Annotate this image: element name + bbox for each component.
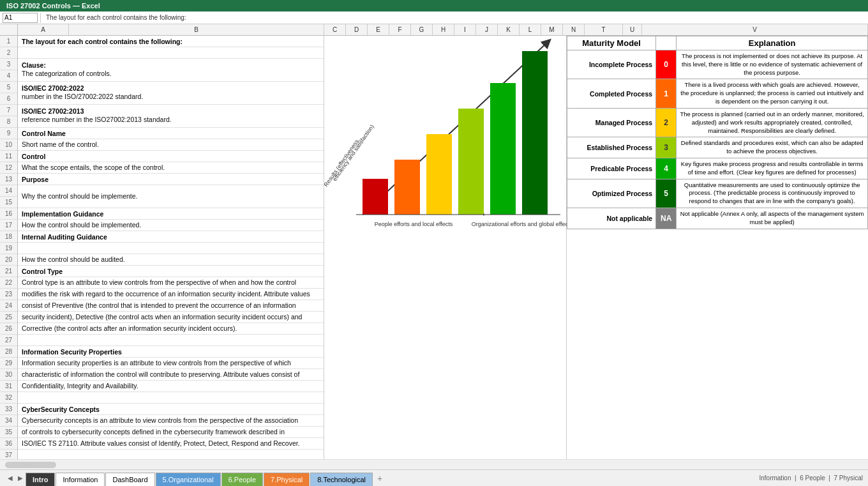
col-header-d[interactable]: D [346, 24, 368, 35]
maturity-desc-0: The process is not implemented or does n… [677, 50, 868, 79]
title-bar: ISO 27002 Controls — Excel [0, 0, 868, 11]
cell-row22: Corrective (the control acts after an in… [18, 323, 324, 335]
row10-heading: Purpose [22, 176, 320, 183]
tab-dashboard[interactable]: DashBoard [105, 473, 154, 487]
cell-row28 [18, 392, 324, 404]
tab-nav-prev[interactable]: ◀ [5, 473, 15, 483]
cell-row5: ISO/IEC 27002:2013 reference number in t… [18, 105, 324, 128]
maturity-num-0: 0 [656, 50, 677, 79]
svg-line-0 [363, 42, 548, 215]
col-header-t[interactable]: T [585, 24, 623, 35]
maturity-table: Maturity Model Explanation Incomplete Pr… [567, 36, 868, 229]
col-header-b[interactable]: B [69, 24, 324, 35]
cell-row4: ISO/IEC 27002:2022 number in the ISO/270… [18, 82, 324, 105]
row-num-36: 36 [0, 438, 17, 450]
col-header-l[interactable]: L [520, 24, 541, 35]
col-header-j[interactable]: J [476, 24, 498, 35]
cell-row24: Information Security Properties [18, 346, 324, 358]
col-header-m[interactable]: M [541, 24, 563, 35]
col-header-h[interactable]: H [433, 24, 454, 35]
row-num-29: 29 [0, 358, 17, 369]
tab-intro[interactable]: Intro [26, 473, 55, 487]
maturity-row-6: Not applicableNANot applicable (Annex A … [567, 208, 868, 229]
maturity-row-5: Optimized Process5Quantitative measureme… [567, 179, 868, 208]
col-header-n[interactable]: N [563, 24, 585, 35]
explanation-header: Explanation [677, 36, 868, 50]
tab-7-physical[interactable]: 7.Physical [264, 473, 310, 487]
row-num-6: 6 [0, 93, 17, 105]
row9-body: What the scope entails, the scope of the… [22, 163, 320, 172]
col-header-c[interactable]: C [324, 24, 346, 35]
svg-text:Organizational efforts and glo: Organizational efforts and global effect… [472, 221, 567, 227]
tab-nav-next[interactable]: ▶ [15, 473, 26, 483]
row-num-4: 4 [0, 70, 17, 82]
cell-row23 [18, 335, 324, 346]
maturity-row-0: Incomplete Process0The process is not im… [567, 50, 868, 79]
row20-body: consist of Preventive (the control that … [22, 301, 320, 310]
row-num-34: 34 [0, 415, 17, 427]
cell-row32: ISO/IEC TS 27110. Attribute values consi… [18, 438, 324, 450]
row-num-13: 13 [0, 174, 17, 185]
row-num-19: 19 [0, 243, 17, 254]
row32-body: ISO/IEC TS 27110. Attribute values consi… [22, 439, 320, 448]
add-tab-button[interactable]: + [373, 473, 386, 483]
svg-rect-7 [490, 83, 516, 215]
row11-body: Why the control should be implemente. [22, 192, 320, 201]
maturity-row-1: Completed Process1There is a lived proce… [567, 79, 868, 108]
tab-information[interactable]: Information [56, 473, 105, 487]
spreadsheet-page: ISO 27002 Controls — Excel The layout fo… [0, 0, 868, 486]
maturity-desc-5: Quantitative measurements are used to co… [677, 179, 868, 208]
tab-8-technological[interactable]: 8.Technological [310, 473, 373, 487]
row-num-27: 27 [0, 335, 17, 346]
maturity-row-2: Managed Process2The process is planned (… [567, 108, 868, 137]
maturity-label-0: Incomplete Process [567, 50, 656, 79]
col-header-i[interactable]: I [454, 24, 476, 35]
maturity-label-5: Optimized Process [567, 179, 656, 208]
cell-row10: Purpose [18, 174, 324, 185]
spreadsheet-area: A B C D E F G H I J K L M N T U V 1 2 3 … [0, 24, 868, 459]
cell-row21: security incident), Detective (the contr… [18, 312, 324, 323]
row31-body: of controls to cybersecurity concepts de… [22, 427, 320, 437]
cell-row16: How the control should be audited. [18, 254, 324, 266]
maturity-desc-1: There is a lived process with which goal… [677, 79, 868, 108]
name-box[interactable] [3, 13, 38, 23]
svg-text:efficiency and satisfaction): efficiency and satisfaction) [331, 123, 375, 182]
row-num-25: 25 [0, 312, 17, 323]
row8-heading: Control [22, 153, 320, 160]
svg-text:People efforts and local effec: People efforts and local effects [375, 221, 453, 227]
col-header-g[interactable]: G [411, 24, 433, 35]
rows-container: 1 2 3 4 5 6 7 8 9 10 11 12 13 14 15 16 1… [0, 36, 868, 459]
row4-body: number in the ISO/27002:2022 standard. [22, 92, 320, 102]
row-num-11: 11 [0, 151, 17, 162]
cell-row3: Clause: The categorization of controls. [18, 59, 324, 82]
cell-row11: Why the control should be implemente. [18, 185, 324, 208]
svg-rect-4 [394, 160, 420, 215]
cell-row15 [18, 243, 324, 254]
bottom-scrollbar[interactable] [0, 459, 868, 469]
col-header-a[interactable]: A [18, 24, 69, 35]
maturity-num-5: 5 [656, 179, 677, 208]
row18-body: Control type is an attribute to view con… [22, 278, 320, 287]
app-title: ISO 27002 Controls — Excel [6, 2, 100, 10]
tab-5-organizational[interactable]: 5.Organizational [156, 473, 221, 487]
corner-cell[interactable] [0, 24, 18, 35]
maturity-num-header [656, 36, 677, 50]
col-header-e[interactable]: E [368, 24, 389, 35]
row-num-23: 23 [0, 289, 17, 300]
cell-row9: What the scope entails, the scope of the… [18, 162, 324, 174]
col-header-u[interactable]: U [623, 24, 642, 35]
scroll-thumb[interactable] [5, 462, 56, 468]
row-num-37: 37 [0, 450, 17, 459]
row3-heading: Clause: [22, 61, 320, 69]
maturity-label-2: Managed Process [567, 108, 656, 137]
row14-heading: Internal Auditing Guidance [22, 233, 320, 241]
row-num-9: 9 [0, 128, 17, 139]
cell-row20: consist of Preventive (the control that … [18, 300, 324, 312]
column-header-row: A B C D E F G H I J K L M N T U V [0, 24, 868, 36]
svg-rect-6 [458, 109, 484, 215]
col-header-v[interactable]: V [642, 24, 868, 35]
col-header-f[interactable]: F [389, 24, 411, 35]
svg-rect-3 [363, 179, 388, 215]
tab-6-people[interactable]: 6.People [221, 473, 263, 487]
col-header-k[interactable]: K [498, 24, 520, 35]
